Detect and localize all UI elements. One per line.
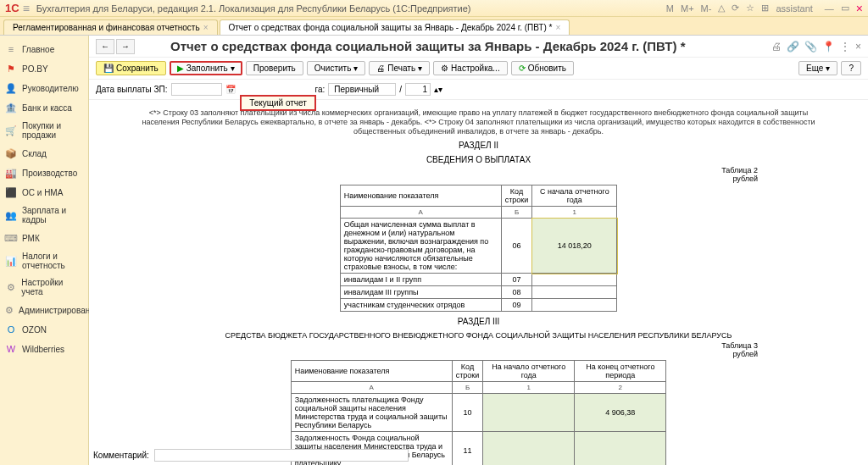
sidebar-item[interactable]: 👥Зарплата и кадры [0, 202, 88, 228]
sidebar-item[interactable]: ⌨РМК [0, 229, 88, 247]
sys-m[interactable]: M [666, 3, 674, 14]
print-icon[interactable]: 🖨 [771, 41, 782, 53]
sidebar-icon: ⚙ [5, 304, 14, 316]
clear-button[interactable]: Очистить▾ [307, 61, 366, 75]
comment-label: Комментарий: [93, 451, 149, 460]
sidebar-item[interactable]: 🛒Покупки и продажи [0, 118, 88, 143]
sidebar-icon: 🏭 [5, 167, 17, 179]
sidebar-label: Руководителю [22, 84, 79, 93]
fill-dropdown-item[interactable]: Текущий отчет [240, 95, 316, 111]
sidebar-label: Налоги и отчетность [22, 252, 83, 270]
sidebar-label: Wildberries [22, 345, 64, 354]
more-button[interactable]: Еще▾ [798, 61, 837, 75]
footnote: <*> Строку 03 заполняют плательщики из ч… [131, 108, 826, 136]
sys-mplus[interactable]: M+ [681, 3, 694, 14]
minimize-icon[interactable]: — [825, 3, 834, 14]
sidebar-label: РМК [22, 234, 40, 243]
date-input[interactable] [171, 83, 222, 96]
sidebar-icon: 📦 [5, 147, 17, 159]
sidebar-item[interactable]: ⚙Администрирование [0, 301, 88, 319]
sidebar-icon: ⌨ [5, 232, 17, 244]
sidebar-label: ОС и НМА [22, 188, 63, 197]
sidebar-icon: ⚙ [5, 281, 16, 293]
sidebar-label: PO.BY [22, 64, 48, 74]
sidebar-label: Склад [22, 149, 47, 158]
history-icon[interactable]: ⟳ [732, 3, 739, 14]
num-input[interactable] [405, 83, 431, 96]
back-button[interactable]: ← [96, 39, 114, 54]
section3-subtitle: СРЕДСТВА БЮДЖЕТА ГОСУДАРСТВЕННОГО ВНЕБЮД… [97, 331, 860, 340]
sidebar-icon: 🏦 [5, 102, 17, 113]
tab[interactable]: Отчет о средствах фонда социальной защит… [220, 19, 570, 35]
sidebar-item[interactable]: 👤Руководителю [0, 79, 88, 97]
sidebar-icon: ⬛ [5, 186, 17, 198]
sidebar-icon: ⚑ [5, 63, 17, 75]
link-icon[interactable]: 🔗 [787, 41, 799, 53]
section3-title: РАЗДЕЛ III [97, 317, 860, 326]
forward-button[interactable]: → [116, 39, 135, 54]
comment-input[interactable] [154, 449, 409, 462]
sidebar-icon: 👤 [5, 82, 17, 94]
sidebar-icon: 🛒 [5, 125, 17, 136]
cal-icon[interactable]: 📅 [225, 85, 236, 94]
close-page-icon[interactable]: × [855, 41, 861, 53]
slash: / [399, 85, 402, 94]
sidebar-item[interactable]: 📊Налоги и отчетность [0, 248, 88, 274]
sidebar-label: Настройки учета [21, 278, 83, 296]
sidebar-item[interactable]: WWildberries [0, 340, 88, 358]
sys-mminus[interactable]: M- [701, 3, 712, 14]
maximize-icon[interactable]: ▭ [841, 3, 849, 14]
sidebar-icon: W [5, 343, 17, 355]
check-button[interactable]: Проверить [246, 61, 303, 75]
sidebar-icon: 👥 [5, 209, 17, 221]
sidebar-item[interactable]: OOZON [0, 320, 88, 339]
sidebar-label: Покупки и продажи [22, 121, 83, 140]
sidebar-label: Банк и касса [22, 103, 72, 113]
sidebar-icon: O [5, 324, 17, 335]
sidebar-item[interactable]: ⚙Настройки учета [0, 274, 88, 300]
sidebar-label: Зарплата и кадры [22, 206, 83, 224]
kebab-icon[interactable]: ⋮ [840, 41, 850, 53]
close-icon[interactable]: × [856, 2, 863, 15]
page-title: Отчет о средствах фонда социальной защит… [170, 39, 685, 53]
sidebar-item[interactable]: ⚑PO.BY [0, 59, 88, 78]
sidebar-icon: 📊 [5, 255, 17, 267]
sidebar-label: Производство [22, 169, 77, 178]
num-up-icon[interactable]: ▴▾ [434, 85, 442, 94]
sidebar-icon: ≡ [5, 43, 17, 55]
section2-subtitle: СВЕДЕНИЯ О ВЫПЛАТАХ [97, 155, 860, 164]
calc-icon[interactable]: ⊞ [761, 3, 769, 14]
print-button[interactable]: 🖨Печать▾ [369, 61, 430, 75]
star-icon[interactable]: ☆ [746, 3, 754, 14]
prim-label: га: [315, 85, 326, 94]
save-button[interactable]: 💾Сохранить [96, 61, 166, 75]
app-logo: 1C [5, 2, 19, 14]
table2: Наименование показателяКод строкиС начал… [340, 185, 618, 312]
clip-icon[interactable]: 📎 [804, 41, 817, 53]
date-label: Дата выплаты ЗП: [96, 85, 168, 94]
sidebar-item[interactable]: 🏭Производство [0, 163, 88, 182]
sidebar-label: Администрирование [19, 306, 99, 315]
section2-title: РАЗДЕЛ II [97, 141, 860, 150]
settings-button[interactable]: ⚙Настройка... [433, 61, 508, 75]
sidebar-item[interactable]: ≡Главное [0, 40, 88, 58]
sidebar-label: OZON [22, 325, 47, 335]
tab-close-icon[interactable]: × [555, 23, 560, 32]
sidebar-label: Главное [22, 45, 54, 54]
sidebar-item[interactable]: 📦Склад [0, 144, 88, 163]
tab-close-icon[interactable]: × [203, 23, 209, 32]
primary-select[interactable]: Первичный [328, 83, 396, 96]
menu-icon[interactable]: ≡ [23, 2, 30, 15]
bell-icon[interactable]: △ [718, 3, 725, 14]
fill-button[interactable]: ▶Заполнить▾ [170, 61, 242, 75]
help-button[interactable]: ? [841, 61, 861, 75]
user-label[interactable]: assistant [776, 3, 812, 14]
sidebar-item[interactable]: ⬛ОС и НМА [0, 183, 88, 202]
app-title: Бухгалтерия для Беларуси, редакция 2.1. … [36, 3, 666, 14]
sidebar-item[interactable]: 🏦Банк и касса [0, 98, 88, 117]
refresh-button[interactable]: ⟳Обновить [511, 61, 574, 75]
tab[interactable]: Регламентированная и финансовая отчетнос… [3, 19, 218, 35]
pin-icon[interactable]: 📍 [822, 41, 835, 53]
